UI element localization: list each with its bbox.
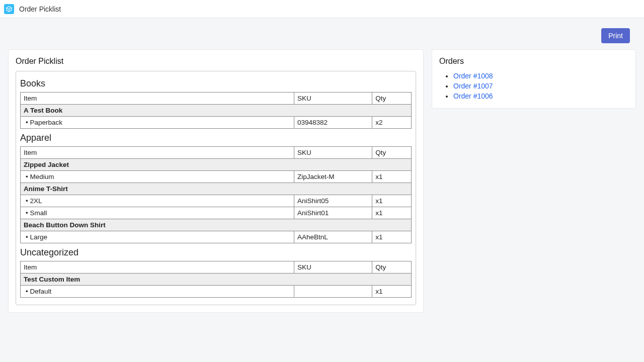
product-name: Test Custom Item [21,274,412,286]
variant-name: 2XL [21,195,294,207]
variant-row: 2XLAniShirt05x1 [21,195,412,207]
col-item-header: Item [21,261,294,274]
variant-qty: x1 [372,171,412,183]
page-body: Order Picklist BooksItemSKUQtyA Test Boo… [0,43,644,323]
variant-qty: x1 [372,231,412,243]
product-row: Zipped Jacket [21,159,412,171]
picklist-title: Order Picklist [16,57,416,66]
picklist-table: ItemSKUQtyA Test BookPaperback03948382x2 [20,92,412,129]
app-icon [4,4,14,14]
order-link[interactable]: Order #1007 [453,82,493,90]
product-name: A Test Book [21,105,412,117]
category-heading: Uncategorized [20,243,412,261]
col-qty-header: Qty [372,147,412,159]
variant-sku: AAheBtnL [294,231,372,243]
category-heading: Apparel [20,129,412,146]
col-qty-header: Qty [372,261,412,274]
orders-list-item: Order #1006 [453,91,628,101]
product-name: Beach Button Down Shirt [21,219,412,231]
picklist-table: ItemSKUQtyZipped JacketMediumZipJacket-M… [20,146,412,243]
order-link[interactable]: Order #1008 [453,72,493,80]
topbar: Order Picklist [0,0,644,18]
variant-name: Small [21,207,294,219]
variant-row: SmallAniShirt01x1 [21,207,412,219]
orders-card: Orders Order #1008Order #1007Order #1006 [432,49,636,109]
picklist-card: Order Picklist BooksItemSKUQtyA Test Boo… [8,49,424,313]
print-button[interactable]: Print [601,28,630,43]
product-row: A Test Book [21,105,412,117]
col-item-header: Item [21,93,294,105]
app-title: Order Picklist [19,5,61,13]
col-sku-header: SKU [294,93,372,105]
product-name: Anime T-Shirt [21,183,412,195]
variant-qty: x1 [372,207,412,219]
col-sku-header: SKU [294,147,372,159]
variant-sku: ZipJacket-M [294,171,372,183]
col-item-header: Item [21,147,294,159]
product-row: Beach Button Down Shirt [21,219,412,231]
orders-title: Orders [439,57,628,66]
variant-sku: AniShirt01 [294,207,372,219]
orders-list-item: Order #1007 [453,81,628,91]
picklist-table: ItemSKUQtyTest Custom ItemDefaultx1 [20,261,412,298]
variant-row: Defaultx1 [21,286,412,298]
variant-row: Paperback03948382x2 [21,117,412,129]
product-name: Zipped Jacket [21,159,412,171]
variant-qty: x1 [372,195,412,207]
category-heading: Books [20,74,412,92]
orders-list: Order #1008Order #1007Order #1006 [439,71,628,101]
variant-name: Paperback [21,117,294,129]
col-qty-header: Qty [372,93,412,105]
variant-qty: x2 [372,117,412,129]
order-link[interactable]: Order #1006 [453,92,493,100]
variant-row: LargeAAheBtnLx1 [21,231,412,243]
variant-name: Medium [21,171,294,183]
picklist-box: BooksItemSKUQtyA Test BookPaperback03948… [16,71,416,305]
variant-name: Large [21,231,294,243]
variant-qty: x1 [372,286,412,298]
product-row: Test Custom Item [21,274,412,286]
variant-sku: 03948382 [294,117,372,129]
orders-list-item: Order #1008 [453,71,628,81]
variant-sku [294,286,372,298]
action-row: Print [0,18,644,43]
variant-row: MediumZipJacket-Mx1 [21,171,412,183]
product-row: Anime T-Shirt [21,183,412,195]
variant-sku: AniShirt05 [294,195,372,207]
cube-icon [6,6,13,13]
col-sku-header: SKU [294,261,372,274]
variant-name: Default [21,286,294,298]
